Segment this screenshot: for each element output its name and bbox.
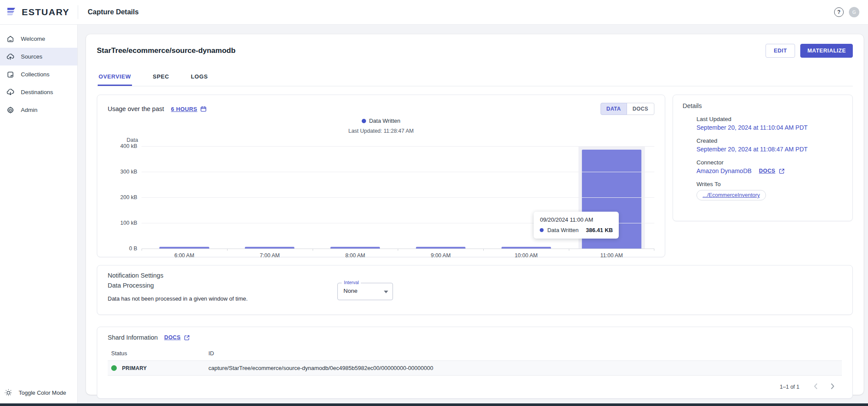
y-tick-label: 400 kB [120,143,137,149]
next-page-button[interactable] [830,382,836,392]
connector-label: Connector [696,159,843,166]
sidebar-item-label: Sources [21,53,43,60]
gear-icon [7,106,14,114]
help-icon[interactable]: ? [834,7,844,17]
sidebar: Welcome Sources Collections Destinations [0,25,78,403]
docs-link-label: DOCS [759,168,776,174]
legend-dot-icon [362,119,366,123]
table-pagination: 1–1 of 1 [108,376,842,398]
time-range-link[interactable]: 6 HOURS [171,106,207,112]
cloud-upload-icon [7,53,14,61]
usage-card: Usage over the past 6 HOURS DATA DOCS [97,95,665,257]
created-value: September 20, 2024 at 11:08:47 AM PDT [696,146,843,153]
main-content: StarTree/ecommerce/source-dynamodb EDIT … [78,25,868,403]
sidebar-item-label: Admin [21,107,37,113]
sidebar-item-label: Destinations [21,89,53,95]
column-header-status: Status [108,350,208,357]
chevron-down-icon [384,291,388,293]
chart-legend[interactable]: Data Written [108,118,654,124]
gridline [142,146,654,147]
details-heading: Details [683,102,843,109]
y-tick-label: 100 kB [120,220,137,226]
data-docs-toggle: DATA DOCS [601,103,654,115]
chevron-left-icon [813,383,818,390]
collections-icon [7,71,14,79]
x-axis-label: 10:00 AM [483,252,569,259]
external-link-icon [184,335,190,341]
bottom-bar [0,403,868,406]
x-axis: 6:00 AM7:00 AM8:00 AM9:00 AM10:00 AM11:0… [142,252,654,259]
docs-link-label: DOCS [164,334,181,341]
y-tick-label: 0 B [129,246,137,252]
toggle-data-button[interactable]: DATA [601,103,627,115]
last-updated-value: September 20, 2024 at 11:10:04 AM PDT [696,124,843,131]
x-axis-label: 8:00 AM [313,252,398,259]
materialize-button[interactable]: MATERIALIZE [800,44,853,58]
shard-docs-link[interactable]: DOCS [164,334,190,341]
top-header: ESTUARY Capture Details ? G [0,0,868,25]
header-divider [78,5,78,19]
detail-tabs: OVERVIEW SPEC LOGS [97,68,853,86]
tooltip-date: 09/20/2024 11:00 AM [540,216,613,223]
sun-icon [4,389,13,397]
gridline [142,249,654,249]
usage-chart: Data 400 kB300 kB200 kB100 kB0 B 09/20/2… [108,146,654,259]
page-header-title: Capture Details [88,8,139,16]
avatar[interactable]: G [849,7,859,17]
home-icon [7,35,14,43]
shard-table: Status ID PRIMARY capture/StarTree/ecomm… [108,347,842,376]
chevron-right-icon [831,383,835,390]
capture-details-card: StarTree/ecommerce/source-dynamodb EDIT … [86,34,864,395]
tab-logs[interactable]: LOGS [190,68,208,86]
y-axis-title: Data [127,137,138,143]
table-row[interactable]: PRIMARY capture/StarTree/ecommerce/sourc… [108,361,842,376]
x-axis-label: 11:00 AM [569,252,654,259]
cloud-download-icon [7,88,14,96]
data-processing-heading: Data Processing [108,282,842,289]
last-updated-label: Last Updated [696,116,843,122]
color-mode-label: Toggle Color Mode [19,390,66,396]
data-processing-description: Data has not been processed in a given w… [108,295,842,302]
sidebar-item-welcome[interactable]: Welcome [0,30,77,48]
tooltip-series-dot-icon [540,228,544,232]
sidebar-item-label: Collections [21,71,50,78]
tooltip-series-label: Data Written [547,227,578,233]
created-label: Created [696,138,843,144]
previous-page-button[interactable] [812,382,818,392]
sidebar-item-admin[interactable]: Admin [0,101,77,119]
connector-value: Amazon DynamoDB [696,167,752,174]
writes-to-chip[interactable]: .../EcommerceInventory [696,190,766,200]
estuary-logo[interactable]: ESTUARY [0,7,78,17]
pagination-count: 1–1 of 1 [780,384,799,390]
tab-spec[interactable]: SPEC [152,68,170,86]
edit-button[interactable]: EDIT [766,44,795,58]
x-axis-label: 9:00 AM [398,252,483,259]
x-axis-label: 7:00 AM [227,252,313,259]
gridline [142,172,654,172]
chart-last-updated: Last Updated: 11:28:47 AM [108,128,654,134]
toggle-docs-button[interactable]: DOCS [627,103,654,115]
capture-name: StarTree/ecommerce/source-dynamodb [97,46,235,55]
legend-label: Data Written [369,118,400,124]
y-axis: Data 400 kB300 kB200 kB100 kB0 B [108,146,142,249]
notification-settings-heading: Notification Settings [108,272,842,279]
sidebar-item-sources[interactable]: Sources [0,48,77,65]
details-card: Details Last Updated September 20, 2024 … [673,95,853,221]
gridline [142,197,654,198]
interval-select[interactable]: Interval None [337,283,393,300]
sidebar-item-collections[interactable]: Collections [0,65,77,83]
status-badge: PRIMARY [122,365,147,371]
notification-settings-card: Notification Settings Data Processing Da… [97,265,853,315]
shard-information-card: Shard Information DOCS Status ID [97,327,853,399]
x-axis-label: 6:00 AM [142,252,227,259]
tab-overview[interactable]: OVERVIEW [98,68,132,86]
tooltip-value: 386.41 KB [586,227,613,233]
sidebar-item-destinations[interactable]: Destinations [0,83,77,101]
shard-information-heading: Shard Information [108,334,158,341]
y-tick-label: 200 kB [120,194,137,200]
connector-docs-link[interactable]: DOCS [759,168,785,174]
time-range-label: 6 HOURS [171,106,198,112]
interval-select-value: None [343,288,357,294]
toggle-color-mode[interactable]: Toggle Color Mode [0,385,77,400]
y-tick-label: 300 kB [120,169,137,175]
